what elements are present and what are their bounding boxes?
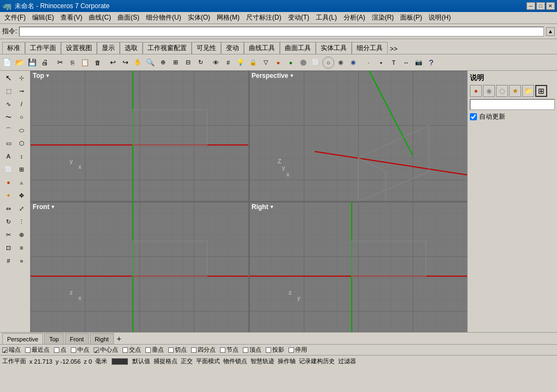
tb-zoom-ext[interactable]: ⊕ [157, 57, 169, 69]
lt-grid-btn[interactable]: # [3, 255, 15, 267]
rp-icon-bump[interactable]: ◉ [483, 85, 495, 97]
lt-circle[interactable]: ○ [16, 111, 28, 123]
tb-dot[interactable]: • [375, 57, 387, 69]
view-tab-front[interactable]: Front [65, 333, 89, 344]
tb-open[interactable]: 📂 [14, 57, 26, 69]
lt-mesh[interactable]: ⊞ [16, 163, 28, 175]
toolbar-tab-workplane[interactable]: 工作平面 [25, 42, 61, 54]
rp-icon-env[interactable]: ◌ [496, 85, 508, 97]
lt-freeform[interactable]: 〜 [3, 111, 15, 123]
tb-rotate[interactable]: ↻ [194, 57, 206, 69]
lt-lasso[interactable]: ⊸ [16, 85, 28, 97]
lt-join[interactable]: ⊕ [16, 229, 28, 241]
rp-icon-star[interactable]: ★ [509, 85, 521, 97]
toolbar-tab-select[interactable]: 选取 [120, 42, 143, 54]
toolbar-tab-display[interactable]: 显示 [97, 42, 120, 54]
menu-render[interactable]: 渲染(R) [369, 12, 397, 23]
lt-move[interactable]: ✥ [16, 189, 28, 201]
tb-new[interactable]: 📄 [1, 57, 13, 69]
menu-edit[interactable]: 编辑(E) [29, 12, 57, 23]
lt-rotate[interactable]: ↻ [3, 216, 15, 228]
tb-wireframe[interactable]: ○ [322, 57, 334, 69]
view-tab-right[interactable]: Right [90, 333, 114, 344]
bs-op-track[interactable]: 操作轴 [278, 357, 296, 365]
lt-line[interactable]: / [16, 98, 28, 110]
snap-quad-cb[interactable] [191, 347, 197, 353]
menu-help[interactable]: 说明(H) [425, 12, 454, 23]
snap-tan[interactable]: 切点 [168, 346, 187, 354]
view-tab-perspective[interactable]: Perspective [2, 333, 43, 344]
tb-txt[interactable]: T [388, 57, 400, 69]
view-tab-add[interactable]: + [115, 333, 124, 344]
snap-intersect[interactable]: 交点 [123, 346, 141, 354]
viewport-front[interactable]: Front ▼ z x [30, 202, 248, 332]
tb-paste[interactable]: 📋 [79, 57, 91, 69]
tb-cut[interactable]: ✂ [54, 57, 66, 69]
tb-delete[interactable]: 🗑 [91, 57, 103, 69]
toolbar-tab-subd-tools[interactable]: 细分工具 [352, 42, 388, 54]
toolbar-tab-surface-tools[interactable]: 曲面工具 [280, 42, 316, 54]
bs-smart-track[interactable]: 智慧轨迹 [250, 357, 274, 365]
toolbar-tab-transform[interactable]: 变动 [221, 42, 244, 54]
lt-ellipse[interactable]: ⬭ [16, 124, 28, 136]
viewport-perspective[interactable]: Perspective ▼ Z y x [249, 71, 467, 201]
snap-point-cb[interactable] [54, 347, 59, 353]
lt-window-select[interactable]: ⬚ [3, 85, 15, 97]
toolbar-tab-visibility[interactable]: 可见性 [192, 42, 221, 54]
tb-named-view[interactable]: 👁 [210, 57, 222, 69]
menu-curve[interactable]: 曲线(C) [85, 12, 114, 23]
rp-icon-folder[interactable]: 📁 [522, 85, 534, 97]
menu-file[interactable]: 文件(F) [1, 12, 29, 23]
snap-quad[interactable]: 四分点 [191, 346, 216, 354]
tb-zoom-window[interactable]: 🔍 [144, 57, 156, 69]
minimize-button[interactable]: ─ [527, 2, 535, 10]
snap-point[interactable]: 点 [54, 346, 66, 354]
tb-redo[interactable]: ↪ [119, 57, 131, 69]
tb-box[interactable]: ⬜ [310, 57, 322, 69]
menu-tools[interactable]: 工具(L) [313, 12, 340, 23]
menu-view[interactable]: 查看(V) [57, 12, 85, 23]
tb-light[interactable]: 💡 [235, 57, 247, 69]
tb-save[interactable]: 💾 [26, 57, 38, 69]
toolbar-more-button[interactable]: >> [388, 44, 400, 54]
snap-disable[interactable]: 停用 [289, 346, 307, 354]
viewport-front-label[interactable]: Front ▼ [33, 203, 56, 211]
lt-curve[interactable]: ∿ [3, 98, 15, 110]
snap-nearest[interactable]: 最近点 [25, 346, 50, 354]
lt-array[interactable]: ⋮ [16, 216, 28, 228]
lt-more[interactable]: » [16, 255, 28, 267]
menu-subd[interactable]: 细分物件(U) [143, 12, 185, 23]
lt-dim[interactable]: ↕ [16, 150, 28, 162]
snap-midpoint-cb[interactable] [71, 347, 76, 353]
snap-project-cb[interactable] [266, 347, 271, 353]
tb-shaded[interactable]: ◉ [335, 57, 347, 69]
menu-surface[interactable]: 曲面(S) [114, 12, 143, 23]
snap-tan-cb[interactable] [168, 347, 174, 353]
lt-text[interactable]: A [3, 150, 15, 162]
tb-lock[interactable]: 🔒 [247, 57, 259, 69]
lt-extrude[interactable]: ▲ [16, 176, 28, 188]
bs-plane-mode[interactable]: 平面模式 [196, 357, 220, 365]
viewport-top-label[interactable]: Top ▼ [33, 72, 50, 79]
toolbar-tab-setview[interactable]: 设置视图 [61, 42, 97, 54]
close-button[interactable]: ✕ [546, 2, 555, 10]
tb-copy[interactable]: ⎘ [66, 57, 78, 69]
bs-grid-snap[interactable]: 捕捉格点 [154, 357, 177, 365]
snap-vertex[interactable]: 顶点 [243, 346, 261, 354]
command-input[interactable] [19, 27, 544, 36]
menu-dim[interactable]: 尺寸标注(D) [243, 12, 285, 23]
tb-dim[interactable]: ↔ [400, 57, 412, 69]
snap-center-cb[interactable]: ✓ [94, 347, 99, 353]
lt-scale[interactable]: ⤢ [16, 203, 28, 215]
snap-perp-cb[interactable] [145, 347, 151, 353]
maximize-button[interactable]: □ [536, 2, 545, 10]
lt-solid[interactable]: ● [3, 176, 15, 188]
snap-midpoint[interactable]: 中点 [71, 346, 89, 354]
lt-surface[interactable]: ⬜ [3, 163, 15, 175]
tb-help[interactable]: ? [425, 57, 437, 69]
snap-endpoint[interactable]: ✓ 端点 [2, 346, 21, 354]
rp-icon-active[interactable]: ⊞ [535, 85, 547, 97]
toolbar-tab-solid-tools[interactable]: 实体工具 [316, 42, 352, 54]
rp-icon-circle[interactable]: ● [470, 85, 482, 97]
tb-sel-filter[interactable]: ▽ [260, 57, 272, 69]
